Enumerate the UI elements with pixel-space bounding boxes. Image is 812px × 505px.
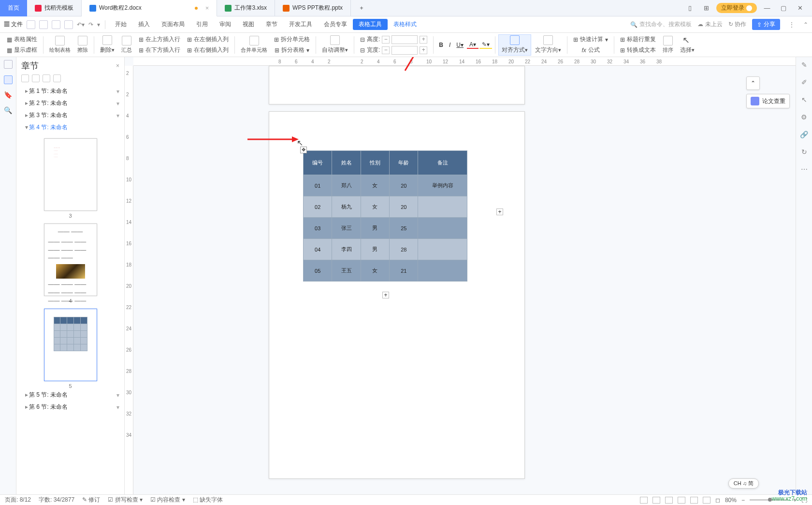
- float-collapse-icon[interactable]: ⌃: [746, 76, 760, 90]
- rib-split-table[interactable]: ⊞ 拆分表格▾: [271, 45, 313, 56]
- table-cell[interactable]: 25: [390, 218, 418, 239]
- menu-table-style[interactable]: 表格样式: [388, 20, 422, 29]
- tile-icon[interactable]: ▯: [683, 4, 696, 12]
- table-cell[interactable]: 05: [304, 260, 332, 282]
- command-search[interactable]: 🔍 查找命令、搜索模板: [630, 20, 692, 29]
- rib-show-border[interactable]: ▦ 显示虚框: [4, 45, 40, 56]
- tab-word-doc[interactable]: Word教程2.docx×: [82, 0, 217, 16]
- nav-tool-2[interactable]: [32, 74, 40, 82]
- height-input[interactable]: [392, 35, 418, 44]
- cloud-status[interactable]: ☁ 未上云: [697, 20, 722, 29]
- dock-bookmark-icon[interactable]: 🔖: [4, 91, 13, 100]
- apps-icon[interactable]: ⊞: [700, 4, 712, 12]
- new-tab-button[interactable]: ＋: [351, 0, 372, 16]
- nav-section-3[interactable]: ▸第 3 节: 未命名▾: [16, 109, 124, 121]
- status-page[interactable]: 页面: 8/12: [5, 496, 31, 504]
- window-min[interactable]: —: [761, 4, 773, 12]
- nav-section-6[interactable]: ▸第 6 节: 未命名▾: [16, 401, 124, 413]
- rib-insert-row-above[interactable]: ⊞ 在上方插入行: [136, 34, 183, 45]
- table-header[interactable]: 编号: [304, 151, 332, 175]
- float-thesis-check[interactable]: 论文查重: [746, 94, 790, 108]
- tab-ppt[interactable]: WPS PPT教程.pptx: [275, 0, 351, 16]
- table-cell[interactable]: 20: [390, 196, 418, 218]
- qat-redo[interactable]: ↷: [88, 21, 93, 28]
- status-content[interactable]: ☑ 内容检查 ▾: [150, 496, 185, 504]
- qat-undo[interactable]: ↶▾: [77, 21, 85, 28]
- rib-insert-col-left[interactable]: ⊞ 在左侧插入列: [184, 34, 232, 45]
- table-cell[interactable]: 举例内容: [418, 175, 467, 196]
- rib-font-color[interactable]: A▾: [467, 41, 478, 49]
- rib-draw-table[interactable]: 绘制表格: [46, 34, 73, 56]
- nav-section-1[interactable]: ▸第 1 节: 未命名▾: [16, 85, 124, 97]
- nav-tool-4[interactable]: [53, 74, 61, 82]
- qat-preview[interactable]: [52, 20, 60, 29]
- status-spell[interactable]: ☑ 拼写检查 ▾: [108, 496, 143, 504]
- rib-text-direction[interactable]: 文字方向▾: [532, 34, 564, 56]
- document-page[interactable]: ✥ 编号姓名性别年龄备注01郑八女20举例内容02杨九女2003张三男2504李…: [269, 111, 525, 479]
- horizontal-ruler[interactable]: 86422468101214161820222426283032343638: [133, 57, 796, 66]
- table-cell[interactable]: 杨九: [332, 196, 361, 218]
- table-cell[interactable]: 04: [304, 239, 332, 260]
- menu-reference[interactable]: 引用: [190, 20, 214, 29]
- rib-table-props[interactable]: ▦ 表格属性: [4, 34, 40, 45]
- table-cell[interactable]: [418, 218, 467, 239]
- table-cell[interactable]: 女: [361, 260, 389, 282]
- menu-review[interactable]: 审阅: [214, 20, 237, 29]
- table-cell[interactable]: 03: [304, 218, 332, 239]
- nav-tool-3[interactable]: [43, 74, 50, 82]
- status-words[interactable]: 字数: 34/2877: [39, 496, 74, 504]
- view-draft-icon[interactable]: [703, 497, 710, 504]
- menu-more[interactable]: ⋮: [786, 21, 798, 28]
- table-cell[interactable]: 20: [390, 175, 418, 196]
- file-menu[interactable]: ☰ 文件: [4, 20, 23, 29]
- table-cell[interactable]: 男: [361, 218, 389, 239]
- rib-summary[interactable]: 汇总: [118, 34, 135, 56]
- menu-member[interactable]: 会员专享: [318, 20, 353, 29]
- table-header[interactable]: 姓名: [332, 151, 361, 175]
- zoom-fit-icon[interactable]: ◻: [715, 497, 720, 504]
- table-cell[interactable]: [418, 260, 467, 282]
- table-header[interactable]: 年龄: [390, 151, 418, 175]
- rib-italic[interactable]: I: [447, 42, 453, 48]
- table-cell[interactable]: 02: [304, 196, 332, 218]
- rib-merge-cells[interactable]: 合并单元格: [238, 34, 270, 56]
- nav-section-5[interactable]: ▸第 5 节: 未命名▾: [16, 389, 124, 401]
- add-row-button[interactable]: +: [382, 292, 389, 298]
- rd-settings-icon[interactable]: ⚙: [800, 113, 809, 122]
- menu-table-tools[interactable]: 表格工具: [353, 19, 388, 30]
- table-header[interactable]: 性别: [361, 151, 389, 175]
- view-read-icon[interactable]: [665, 497, 673, 504]
- rd-sync-icon[interactable]: ↻: [800, 148, 809, 157]
- rd-cursor-icon[interactable]: ↖: [800, 96, 809, 104]
- menu-chapter[interactable]: 章节: [260, 20, 283, 29]
- rib-highlight[interactable]: ✎▾: [479, 41, 492, 49]
- rib-delete[interactable]: 删除▾: [97, 34, 117, 56]
- table-header[interactable]: 备注: [418, 151, 467, 175]
- table-cell[interactable]: 28: [390, 239, 418, 260]
- share-button[interactable]: ⇪ 分享: [752, 19, 780, 30]
- dock-chapter-icon[interactable]: [4, 75, 13, 84]
- table-cell[interactable]: 女: [361, 175, 389, 196]
- rib-split-cells[interactable]: ⊞ 拆分单元格: [271, 34, 313, 45]
- view-web-icon[interactable]: [678, 497, 685, 504]
- view-page-icon[interactable]: [652, 497, 660, 504]
- table-cell[interactable]: 女: [361, 196, 389, 218]
- rib-erase[interactable]: 擦除: [74, 34, 91, 56]
- nav-section-4[interactable]: ▾第 4 节: 未命名: [16, 121, 124, 134]
- rd-paint-icon[interactable]: ✎: [800, 61, 809, 70]
- dock-outline-icon[interactable]: [4, 60, 13, 69]
- tab-home[interactable]: 首页: [0, 0, 27, 16]
- rib-row-height[interactable]: ⊟ 高度: −+: [357, 34, 430, 45]
- rib-autofit[interactable]: 自动调整▾: [319, 34, 351, 56]
- rib-align[interactable]: 对齐方式▾: [498, 34, 531, 56]
- table-cell[interactable]: 李四: [332, 239, 361, 260]
- tab-xlsx[interactable]: 工作簿3.xlsx: [217, 0, 275, 16]
- table-cell[interactable]: [418, 239, 467, 260]
- rib-insert-row-below[interactable]: ⊞ 在下方插入行: [136, 45, 183, 56]
- width-input[interactable]: [392, 46, 418, 55]
- status-font[interactable]: ⬚ 缺失字体: [193, 496, 223, 504]
- close-icon[interactable]: ×: [205, 4, 209, 12]
- coop-button[interactable]: ↻ 协作: [728, 20, 746, 29]
- qat-dropdown[interactable]: ▾: [97, 21, 100, 28]
- rib-title-row-repeat[interactable]: ⊞ 标题行重复: [617, 34, 659, 45]
